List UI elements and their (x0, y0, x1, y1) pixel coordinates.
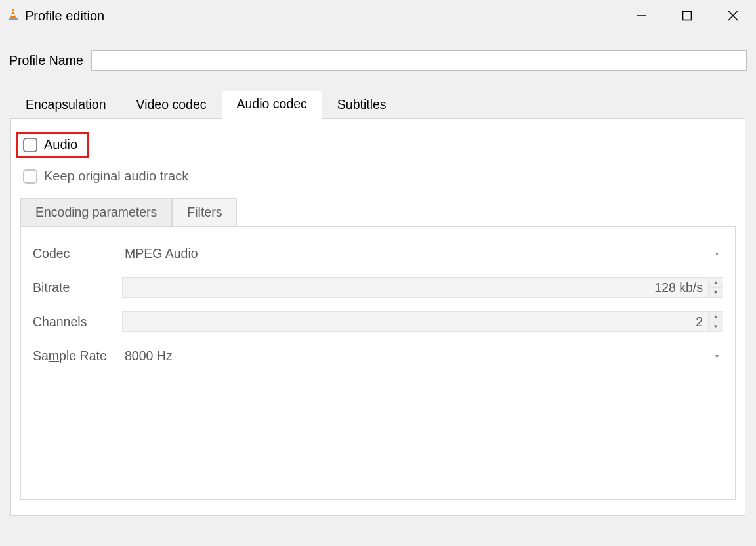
encoding-parameters-panel: Codec MPEG Audio ▾ Bitrate 128 kb/s ▲ ▼ (20, 227, 736, 500)
samplerate-row: Sample Rate 8000 Hz ▾ (33, 341, 723, 370)
tab-subtitles[interactable]: Subtitles (322, 91, 402, 119)
app-icon (7, 7, 20, 25)
bitrate-spin-buttons: ▲ ▼ (708, 278, 723, 297)
groupbox-line (111, 146, 736, 146)
bitrate-spinbox[interactable]: 128 kb/s ▲ ▼ (122, 277, 723, 298)
codec-combo[interactable]: MPEG Audio ▾ (122, 243, 723, 264)
channels-spin-buttons: ▲ ▼ (708, 312, 723, 331)
svg-rect-3 (9, 18, 18, 20)
channels-spin-up[interactable]: ▲ (709, 312, 723, 322)
keep-original-row: Keep original audio track (23, 169, 736, 184)
chevron-down-icon: ▾ (711, 352, 722, 360)
svg-rect-2 (12, 14, 15, 16)
keep-original-checkbox[interactable] (23, 169, 37, 184)
audio-groupbox: Audio Keep original audio track Encoding… (20, 136, 736, 500)
window-title: Profile edition (25, 9, 104, 24)
bitrate-spin-up[interactable]: ▲ (709, 278, 723, 288)
codec-value: MPEG Audio (125, 246, 198, 261)
minimize-button[interactable] (618, 0, 664, 32)
audio-codec-panel: Audio Keep original audio track Encoding… (10, 118, 746, 516)
channels-spinbox[interactable]: 2 ▲ ▼ (122, 311, 723, 332)
profile-name-row: Profile Name (8, 41, 748, 91)
svg-rect-1 (12, 10, 14, 12)
bitrate-spin-down[interactable]: ▼ (709, 288, 723, 298)
audio-enable-checkbox[interactable] (23, 138, 37, 152)
codec-label: Codec (33, 246, 122, 261)
samplerate-value: 8000 Hz (125, 348, 173, 364)
svg-rect-5 (683, 12, 692, 20)
channels-spin-down[interactable]: ▼ (709, 322, 723, 332)
profile-name-label: Profile Name (9, 53, 83, 68)
profile-name-input[interactable] (91, 50, 747, 71)
subtab-filters[interactable]: Filters (172, 198, 237, 226)
channels-row: Channels 2 ▲ ▼ (33, 307, 723, 336)
samplerate-label: Sample Rate (33, 348, 122, 364)
window-controls (618, 0, 756, 32)
audio-group-label: Audio (44, 137, 77, 152)
tab-audio-codec[interactable]: Audio codec (222, 91, 322, 119)
subtab-encoding-parameters[interactable]: Encoding parameters (20, 198, 172, 226)
codec-row: Codec MPEG Audio ▾ (33, 239, 723, 268)
channels-value: 2 (123, 314, 708, 329)
bitrate-row: Bitrate 128 kb/s ▲ ▼ (33, 273, 723, 302)
samplerate-combo[interactable]: 8000 Hz ▾ (122, 345, 723, 366)
highlight-audio-checkbox: Audio (16, 132, 89, 158)
keep-original-label: Keep original audio track (44, 169, 188, 184)
chevron-down-icon: ▾ (711, 250, 722, 257)
audio-subtabs: Encoding parameters Filters (20, 198, 736, 227)
tabs-top: Encapsulation Video codec Audio codec Su… (8, 91, 748, 119)
channels-label: Channels (33, 314, 122, 329)
close-button[interactable] (710, 0, 756, 32)
svg-marker-0 (10, 8, 16, 18)
bitrate-value: 128 kb/s (123, 280, 708, 295)
bitrate-label: Bitrate (33, 280, 122, 295)
maximize-button[interactable] (664, 0, 710, 32)
title-bar: Profile edition (0, 0, 756, 32)
tab-video-codec[interactable]: Video codec (121, 91, 222, 119)
tab-encapsulation[interactable]: Encapsulation (10, 91, 121, 119)
